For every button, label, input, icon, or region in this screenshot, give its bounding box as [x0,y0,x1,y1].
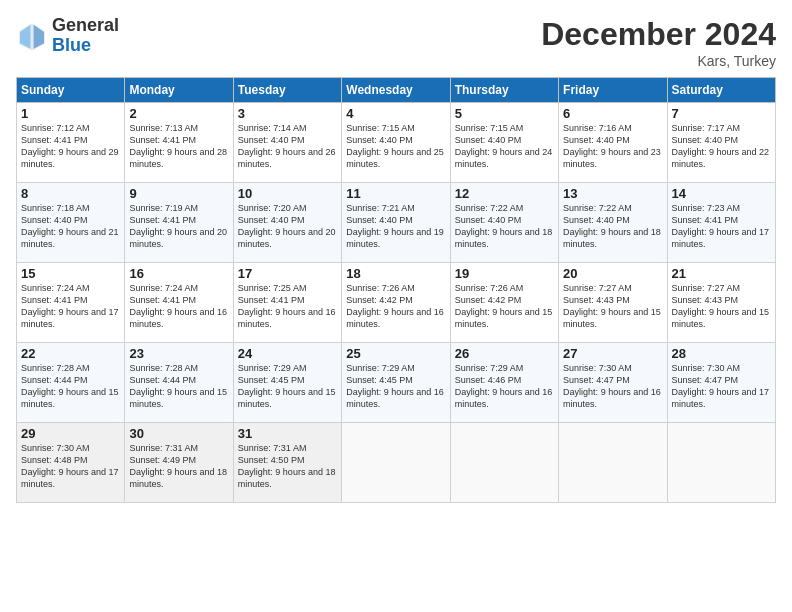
calendar-cell: 27Sunrise: 7:30 AMSunset: 4:47 PMDayligh… [559,343,667,423]
calendar-cell: 15Sunrise: 7:24 AMSunset: 4:41 PMDayligh… [17,263,125,343]
calendar-cell: 28Sunrise: 7:30 AMSunset: 4:47 PMDayligh… [667,343,775,423]
calendar-cell: 21Sunrise: 7:27 AMSunset: 4:43 PMDayligh… [667,263,775,343]
svg-marker-1 [34,25,44,49]
day-number: 26 [455,346,554,361]
day-header-wednesday: Wednesday [342,78,450,103]
cell-info: Sunrise: 7:29 AMSunset: 4:45 PMDaylight:… [238,362,337,411]
cell-info: Sunrise: 7:27 AMSunset: 4:43 PMDaylight:… [672,282,771,331]
day-number: 8 [21,186,120,201]
cell-info: Sunrise: 7:14 AMSunset: 4:40 PMDaylight:… [238,122,337,171]
day-number: 11 [346,186,445,201]
calendar-cell: 26Sunrise: 7:29 AMSunset: 4:46 PMDayligh… [450,343,558,423]
cell-info: Sunrise: 7:21 AMSunset: 4:40 PMDaylight:… [346,202,445,251]
calendar-cell: 3Sunrise: 7:14 AMSunset: 4:40 PMDaylight… [233,103,341,183]
subtitle: Kars, Turkey [541,53,776,69]
calendar-cell [667,423,775,503]
cell-info: Sunrise: 7:20 AMSunset: 4:40 PMDaylight:… [238,202,337,251]
calendar-cell: 10Sunrise: 7:20 AMSunset: 4:40 PMDayligh… [233,183,341,263]
calendar-week-4: 22Sunrise: 7:28 AMSunset: 4:44 PMDayligh… [17,343,776,423]
cell-info: Sunrise: 7:15 AMSunset: 4:40 PMDaylight:… [346,122,445,171]
logo-icon [16,20,48,52]
day-number: 6 [563,106,662,121]
day-number: 30 [129,426,228,441]
day-number: 7 [672,106,771,121]
cell-info: Sunrise: 7:24 AMSunset: 4:41 PMDaylight:… [129,282,228,331]
calendar-header-row: SundayMondayTuesdayWednesdayThursdayFrid… [17,78,776,103]
calendar-cell: 24Sunrise: 7:29 AMSunset: 4:45 PMDayligh… [233,343,341,423]
calendar-cell: 17Sunrise: 7:25 AMSunset: 4:41 PMDayligh… [233,263,341,343]
day-number: 21 [672,266,771,281]
day-number: 25 [346,346,445,361]
calendar-week-1: 1Sunrise: 7:12 AMSunset: 4:41 PMDaylight… [17,103,776,183]
header: General Blue December 2024 Kars, Turkey [16,16,776,69]
day-number: 31 [238,426,337,441]
day-number: 16 [129,266,228,281]
calendar-cell [559,423,667,503]
cell-info: Sunrise: 7:13 AMSunset: 4:41 PMDaylight:… [129,122,228,171]
calendar-cell: 31Sunrise: 7:31 AMSunset: 4:50 PMDayligh… [233,423,341,503]
logo-general: General [52,16,119,36]
day-number: 27 [563,346,662,361]
calendar-cell: 20Sunrise: 7:27 AMSunset: 4:43 PMDayligh… [559,263,667,343]
day-number: 20 [563,266,662,281]
calendar-cell: 25Sunrise: 7:29 AMSunset: 4:45 PMDayligh… [342,343,450,423]
cell-info: Sunrise: 7:24 AMSunset: 4:41 PMDaylight:… [21,282,120,331]
cell-info: Sunrise: 7:18 AMSunset: 4:40 PMDaylight:… [21,202,120,251]
cell-info: Sunrise: 7:22 AMSunset: 4:40 PMDaylight:… [455,202,554,251]
day-number: 5 [455,106,554,121]
cell-info: Sunrise: 7:16 AMSunset: 4:40 PMDaylight:… [563,122,662,171]
calendar-week-5: 29Sunrise: 7:30 AMSunset: 4:48 PMDayligh… [17,423,776,503]
calendar-cell: 9Sunrise: 7:19 AMSunset: 4:41 PMDaylight… [125,183,233,263]
calendar-cell [342,423,450,503]
cell-info: Sunrise: 7:25 AMSunset: 4:41 PMDaylight:… [238,282,337,331]
day-number: 10 [238,186,337,201]
title-area: December 2024 Kars, Turkey [541,16,776,69]
day-number: 13 [563,186,662,201]
calendar-cell: 30Sunrise: 7:31 AMSunset: 4:49 PMDayligh… [125,423,233,503]
calendar-cell: 23Sunrise: 7:28 AMSunset: 4:44 PMDayligh… [125,343,233,423]
page: General Blue December 2024 Kars, Turkey … [0,0,792,612]
logo: General Blue [16,16,119,56]
day-number: 3 [238,106,337,121]
cell-info: Sunrise: 7:30 AMSunset: 4:48 PMDaylight:… [21,442,120,491]
calendar-cell: 2Sunrise: 7:13 AMSunset: 4:41 PMDaylight… [125,103,233,183]
calendar-week-2: 8Sunrise: 7:18 AMSunset: 4:40 PMDaylight… [17,183,776,263]
day-number: 29 [21,426,120,441]
cell-info: Sunrise: 7:30 AMSunset: 4:47 PMDaylight:… [563,362,662,411]
cell-info: Sunrise: 7:15 AMSunset: 4:40 PMDaylight:… [455,122,554,171]
calendar-cell: 16Sunrise: 7:24 AMSunset: 4:41 PMDayligh… [125,263,233,343]
cell-info: Sunrise: 7:31 AMSunset: 4:49 PMDaylight:… [129,442,228,491]
day-number: 17 [238,266,337,281]
day-number: 14 [672,186,771,201]
calendar-cell: 6Sunrise: 7:16 AMSunset: 4:40 PMDaylight… [559,103,667,183]
calendar-cell: 14Sunrise: 7:23 AMSunset: 4:41 PMDayligh… [667,183,775,263]
cell-info: Sunrise: 7:29 AMSunset: 4:46 PMDaylight:… [455,362,554,411]
cell-info: Sunrise: 7:29 AMSunset: 4:45 PMDaylight:… [346,362,445,411]
calendar-cell: 29Sunrise: 7:30 AMSunset: 4:48 PMDayligh… [17,423,125,503]
cell-info: Sunrise: 7:28 AMSunset: 4:44 PMDaylight:… [129,362,228,411]
day-header-monday: Monday [125,78,233,103]
calendar-cell: 19Sunrise: 7:26 AMSunset: 4:42 PMDayligh… [450,263,558,343]
day-number: 18 [346,266,445,281]
day-header-tuesday: Tuesday [233,78,341,103]
day-number: 12 [455,186,554,201]
cell-info: Sunrise: 7:23 AMSunset: 4:41 PMDaylight:… [672,202,771,251]
cell-info: Sunrise: 7:22 AMSunset: 4:40 PMDaylight:… [563,202,662,251]
month-title: December 2024 [541,16,776,53]
calendar: SundayMondayTuesdayWednesdayThursdayFrid… [16,77,776,503]
day-header-thursday: Thursday [450,78,558,103]
cell-info: Sunrise: 7:27 AMSunset: 4:43 PMDaylight:… [563,282,662,331]
cell-info: Sunrise: 7:26 AMSunset: 4:42 PMDaylight:… [455,282,554,331]
calendar-cell: 5Sunrise: 7:15 AMSunset: 4:40 PMDaylight… [450,103,558,183]
calendar-cell: 4Sunrise: 7:15 AMSunset: 4:40 PMDaylight… [342,103,450,183]
cell-info: Sunrise: 7:30 AMSunset: 4:47 PMDaylight:… [672,362,771,411]
calendar-cell [450,423,558,503]
cell-info: Sunrise: 7:26 AMSunset: 4:42 PMDaylight:… [346,282,445,331]
calendar-cell: 18Sunrise: 7:26 AMSunset: 4:42 PMDayligh… [342,263,450,343]
day-number: 28 [672,346,771,361]
day-header-sunday: Sunday [17,78,125,103]
cell-info: Sunrise: 7:17 AMSunset: 4:40 PMDaylight:… [672,122,771,171]
day-header-saturday: Saturday [667,78,775,103]
day-header-friday: Friday [559,78,667,103]
cell-info: Sunrise: 7:28 AMSunset: 4:44 PMDaylight:… [21,362,120,411]
